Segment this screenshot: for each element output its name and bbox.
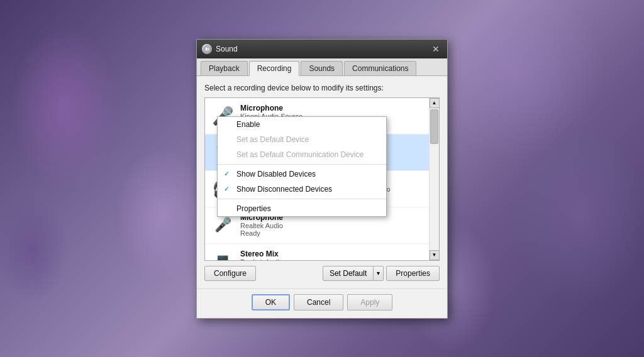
ctx-show-disabled-label: Show Disabled Devices [236,170,316,178]
configure-button[interactable]: Configure [204,266,256,281]
device-icon-wrap: 🖥️ [210,249,235,260]
sound-icon [202,44,212,54]
scrollbar[interactable]: ▲ ▼ [429,98,439,260]
scroll-track [430,108,439,250]
ctx-set-default-device: Set as Default Device [218,132,386,147]
dialog-bottom-row: OK Cancel Apply [197,288,447,318]
scroll-down-button[interactable]: ▼ [430,250,440,260]
context-menu: Enable Set as Default Device Set as Defa… [217,116,387,217]
device-sub: Realtek Audio [240,222,424,229]
set-default-button[interactable]: Set Default [323,266,374,280]
tab-recording[interactable]: Recording [249,61,300,76]
ctx-set-default-device-label: Set as Default Device [236,135,309,144]
tab-bar: Playback Recording Sounds Communications [197,58,447,76]
titlebar-left: Sound [202,44,238,54]
ok-button[interactable]: OK [252,294,290,310]
dialog-title: Sound [216,45,238,53]
ctx-show-disconnected-check: ✓ [224,185,230,193]
instruction-text: Select a recording device below to modif… [204,84,440,92]
ctx-show-disconnected[interactable]: ✓ Show Disconnected Devices [218,182,386,197]
set-default-dropdown-arrow[interactable]: ▾ [374,267,383,279]
ctx-enable[interactable]: Enable [218,117,386,132]
stereo-icon: 🖥️ [216,255,230,260]
device-status: Ready [240,229,424,237]
device-sub: Realtek Audio [240,258,424,260]
ctx-set-default-comm-device-label: Set as Default Communication Device [236,150,364,159]
properties-button[interactable]: Properties [386,266,440,281]
ctx-properties-label: Properties [236,204,271,213]
scroll-up-button[interactable]: ▲ [430,98,440,108]
apply-button[interactable]: Apply [347,294,392,310]
device-name: Stereo Mix [240,250,424,258]
tab-sounds[interactable]: Sounds [301,61,343,75]
ctx-properties[interactable]: Properties [218,201,386,216]
close-button[interactable]: ✕ [430,43,442,55]
ctx-enable-label: Enable [236,120,260,129]
tab-communications[interactable]: Communications [344,61,416,75]
ctx-set-default-comm-device: Set as Default Communication Device [218,147,386,162]
tab-playback[interactable]: Playback [201,61,248,75]
action-button-row: Configure Set Default ▾ Properties [204,266,440,281]
ctx-show-disabled-check: ✓ [224,170,230,178]
device-info: Stereo Mix Realtek Audio Ready [240,250,424,260]
cancel-button[interactable]: Cancel [294,294,343,310]
device-name: Microphone [240,104,424,113]
ctx-separator-1 [218,164,386,165]
mic2-icon: 🎤 [214,217,231,233]
ctx-show-disconnected-label: Show Disconnected Devices [236,185,332,194]
ctx-show-disabled[interactable]: ✓ Show Disabled Devices [218,167,386,182]
titlebar: Sound ✕ [197,40,447,58]
device-item-stereo-mix[interactable]: 🖥️ Stereo Mix Realtek Audio Ready [205,244,429,260]
scroll-thumb[interactable] [430,109,438,144]
set-default-split-button[interactable]: Set Default ▾ [323,266,384,281]
dialog-overlay: Sound ✕ Playback Recording Sounds Commun… [0,0,644,357]
ctx-separator-2 [218,199,386,199]
